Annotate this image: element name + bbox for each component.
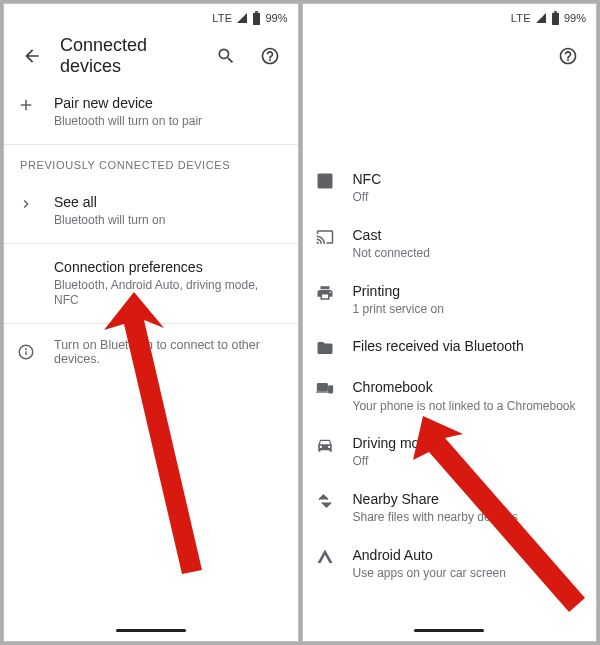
plus-icon bbox=[16, 95, 36, 115]
battery-icon bbox=[551, 11, 560, 25]
item-title: NFC bbox=[353, 170, 581, 188]
svg-rect-9 bbox=[322, 178, 328, 184]
printer-icon bbox=[315, 283, 335, 303]
help-button[interactable] bbox=[552, 40, 584, 72]
android-auto-item[interactable]: Android Auto Use apps on your car screen bbox=[303, 536, 597, 592]
status-bar: LTE 99% bbox=[303, 4, 597, 32]
svg-rect-1 bbox=[253, 13, 260, 25]
svg-rect-12 bbox=[328, 386, 332, 393]
android-auto-icon bbox=[315, 547, 335, 567]
signal-icon bbox=[535, 12, 547, 24]
nav-bar[interactable] bbox=[4, 619, 298, 641]
nearby-share-icon bbox=[315, 491, 335, 511]
nav-pill bbox=[116, 629, 186, 632]
item-title: Android Auto bbox=[353, 546, 581, 564]
item-title: Nearby Share bbox=[353, 490, 581, 508]
nav-bar[interactable] bbox=[303, 619, 597, 641]
item-title: Chromebook bbox=[353, 378, 581, 396]
pair-new-device-item[interactable]: Pair new device Bluetooth will turn on t… bbox=[4, 80, 298, 144]
item-subtitle: Off bbox=[353, 454, 581, 470]
chevron-right-icon bbox=[16, 194, 36, 214]
laptop-phone-icon bbox=[315, 379, 335, 399]
item-subtitle: Bluetooth will turn on to pair bbox=[54, 114, 282, 130]
chromebook-item[interactable]: Chromebook Your phone is not linked to a… bbox=[303, 368, 597, 424]
svg-rect-0 bbox=[256, 11, 259, 13]
battery-icon bbox=[252, 11, 261, 25]
svg-rect-10 bbox=[317, 384, 327, 391]
battery-percent: 99% bbox=[564, 12, 586, 24]
folder-icon bbox=[315, 338, 335, 358]
search-button[interactable] bbox=[210, 40, 242, 72]
app-header bbox=[303, 32, 597, 80]
svg-rect-6 bbox=[554, 11, 557, 13]
item-title: Printing bbox=[353, 282, 581, 300]
battery-percent: 99% bbox=[265, 12, 287, 24]
item-subtitle: Not connected bbox=[353, 246, 581, 262]
item-subtitle: Bluetooth will turn on bbox=[54, 213, 282, 229]
item-title: See all bbox=[54, 193, 282, 211]
item-title: Driving mode bbox=[353, 434, 581, 452]
section-header-previous: PREVIOUSLY CONNECTED DEVICES bbox=[4, 145, 298, 179]
item-title: Pair new device bbox=[54, 94, 282, 112]
nav-pill bbox=[414, 629, 484, 632]
printing-item[interactable]: Printing 1 print service on bbox=[303, 272, 597, 328]
nfc-item[interactable]: NFC Off bbox=[303, 160, 597, 216]
phone-left: LTE 99% Connected devices Pair new devic… bbox=[3, 3, 299, 642]
item-title: Cast bbox=[353, 226, 581, 244]
bluetooth-hint: Turn on Bluetooth to connect to other de… bbox=[4, 324, 298, 380]
item-subtitle: Off bbox=[353, 190, 581, 206]
page-title: Connected devices bbox=[60, 35, 198, 77]
nfc-icon bbox=[315, 171, 335, 191]
item-subtitle: Share files with nearby devices bbox=[353, 510, 581, 526]
connection-preferences-item[interactable]: Connection preferences Bluetooth, Androi… bbox=[4, 244, 298, 323]
network-indicator: LTE bbox=[212, 12, 232, 24]
back-button[interactable] bbox=[16, 40, 48, 72]
item-title: Files received via Bluetooth bbox=[353, 337, 581, 355]
info-icon bbox=[16, 342, 36, 362]
item-subtitle: 1 print service on bbox=[353, 302, 581, 318]
cast-item[interactable]: Cast Not connected bbox=[303, 216, 597, 272]
app-header: Connected devices bbox=[4, 32, 298, 80]
svg-point-4 bbox=[26, 349, 27, 350]
hint-text: Turn on Bluetooth to connect to other de… bbox=[54, 338, 282, 366]
svg-rect-7 bbox=[552, 13, 559, 25]
driving-mode-item[interactable]: Driving mode Off bbox=[303, 424, 597, 480]
phone-right: LTE 99% NFC Off Cast Not connected bbox=[302, 3, 598, 642]
help-button[interactable] bbox=[254, 40, 286, 72]
car-icon bbox=[315, 435, 335, 455]
item-subtitle: Your phone is not linked to a Chromebook bbox=[353, 399, 581, 415]
status-bar: LTE 99% bbox=[4, 4, 298, 32]
item-subtitle: Use apps on your car screen bbox=[353, 566, 581, 582]
see-all-item[interactable]: See all Bluetooth will turn on bbox=[4, 179, 298, 243]
files-received-item[interactable]: Files received via Bluetooth bbox=[303, 327, 597, 368]
network-indicator: LTE bbox=[511, 12, 531, 24]
nearby-share-item[interactable]: Nearby Share Share files with nearby dev… bbox=[303, 480, 597, 536]
item-subtitle: Bluetooth, Android Auto, driving mode, N… bbox=[54, 278, 282, 309]
cast-icon bbox=[315, 227, 335, 247]
item-title: Connection preferences bbox=[54, 258, 282, 276]
signal-icon bbox=[236, 12, 248, 24]
